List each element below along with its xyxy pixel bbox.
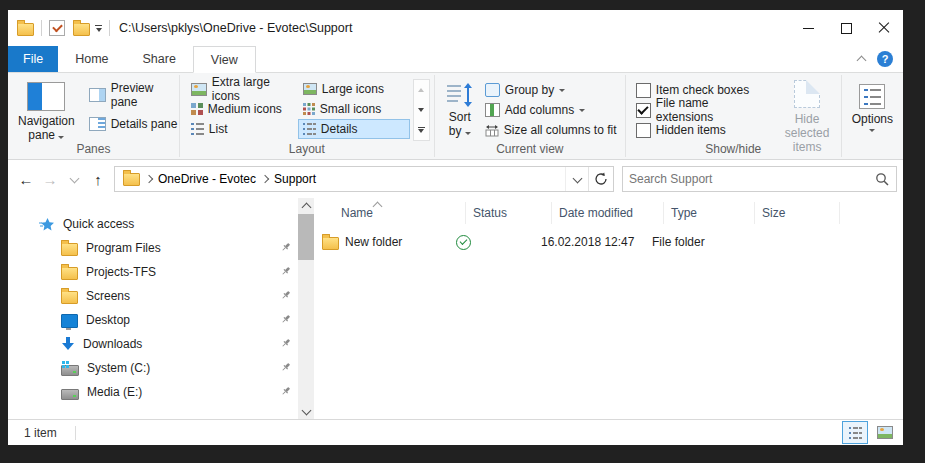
address-bar[interactable]: OneDrive - Evotec Support xyxy=(114,166,614,192)
search-box[interactable] xyxy=(622,166,897,192)
qat-customize-dropdown-icon[interactable] xyxy=(95,25,102,32)
folder-icon xyxy=(61,243,78,256)
address-bar-row: ← → ↑ OneDrive - Evotec Support xyxy=(8,160,903,198)
pin-icon[interactable] xyxy=(280,241,292,253)
navigation-pane: Quick access Program Files Projects-TFS … xyxy=(8,198,298,419)
column-header-name[interactable]: Name xyxy=(314,202,466,224)
add-columns-button[interactable]: Add columns xyxy=(485,100,617,120)
refresh-icon xyxy=(594,172,608,186)
qat-new-folder-icon[interactable] xyxy=(73,23,90,36)
column-header-size[interactable]: Size xyxy=(755,202,840,224)
breadcrumb-support[interactable]: Support xyxy=(274,172,316,186)
breadcrumb-chevron-icon[interactable] xyxy=(145,175,153,183)
scrollbar-thumb[interactable] xyxy=(298,214,314,260)
group-label-current-view: Current view xyxy=(435,142,625,156)
sidebar-scrollbar[interactable] xyxy=(298,198,314,419)
back-button[interactable]: ← xyxy=(14,167,38,191)
layout-gallery-scrollbar[interactable] xyxy=(413,79,430,141)
scroll-down-icon[interactable] xyxy=(303,403,310,419)
options-button[interactable]: Options xyxy=(852,84,893,159)
downloads-icon xyxy=(61,337,75,351)
group-label-layout: Layout xyxy=(180,142,434,156)
file-list: Name Status Date modified Type Size New … xyxy=(314,198,903,419)
breadcrumb-chevron-icon[interactable] xyxy=(261,175,269,183)
details-pane-label: Details pane xyxy=(111,117,178,131)
group-by-button[interactable]: Group by xyxy=(485,80,617,100)
sidebar-item-program-files[interactable]: Program Files xyxy=(8,236,298,260)
maximize-button[interactable] xyxy=(827,10,865,46)
large-icons-icon xyxy=(303,83,317,95)
refresh-button[interactable] xyxy=(588,167,613,191)
window-title-path: C:\Users\pklys\OneDrive - Evotec\Support xyxy=(119,21,352,35)
details-view-icon xyxy=(303,123,316,135)
hidden-items-checkbox[interactable]: Hidden items xyxy=(636,120,760,140)
address-dropdown-icon[interactable] xyxy=(565,167,588,191)
preview-pane-button[interactable]: Preview pane xyxy=(89,85,179,105)
tab-file[interactable]: File xyxy=(8,46,58,72)
hide-selected-items-icon xyxy=(794,80,820,108)
breadcrumb-folder-icon xyxy=(123,173,140,186)
layout-details[interactable]: Details xyxy=(298,119,410,139)
tab-home[interactable]: Home xyxy=(58,46,125,72)
sidebar-item-system-c[interactable]: System (C:) xyxy=(8,356,298,380)
pin-icon[interactable] xyxy=(280,265,292,277)
desktop-background: C:\Users\pklys\OneDrive - Evotec\Support… xyxy=(0,0,925,463)
help-icon[interactable]: ? xyxy=(877,51,893,67)
details-view-icon xyxy=(849,427,862,439)
folder-icon xyxy=(322,237,339,250)
forward-button[interactable]: → xyxy=(38,167,62,191)
file-row-new-folder[interactable]: New folder 16.02.2018 12:47 File folder xyxy=(314,230,903,254)
minimize-ribbon-icon[interactable] xyxy=(857,56,867,66)
close-button[interactable] xyxy=(865,10,903,46)
details-pane-button[interactable]: Details pane xyxy=(89,114,179,134)
sidebar-item-downloads[interactable]: Downloads xyxy=(8,332,298,356)
minimize-button[interactable] xyxy=(789,10,827,46)
layout-extra-large-icons[interactable]: Extra large icons xyxy=(186,79,298,99)
sidebar-item-screens[interactable]: Screens xyxy=(8,284,298,308)
pin-icon[interactable] xyxy=(280,289,292,301)
tab-share[interactable]: Share xyxy=(126,46,193,72)
folder-icon xyxy=(61,291,78,304)
checkbox-unchecked-icon xyxy=(636,123,651,138)
layout-list[interactable]: List xyxy=(186,119,298,139)
column-header-type[interactable]: Type xyxy=(664,202,755,224)
layout-medium-icons[interactable]: Medium icons xyxy=(186,99,298,119)
sidebar-item-media-e[interactable]: Media (E:) xyxy=(8,380,298,404)
qat-properties-icon[interactable] xyxy=(49,20,65,36)
breadcrumb-onedrive[interactable]: OneDrive - Evotec xyxy=(158,172,256,186)
column-header-status[interactable]: Status xyxy=(466,202,552,224)
tab-view[interactable]: View xyxy=(193,46,256,73)
large-icons-view-toggle[interactable] xyxy=(872,421,898,444)
drive-icon xyxy=(61,389,79,400)
layout-more-icon[interactable] xyxy=(414,120,429,140)
item-count: 1 item xyxy=(24,426,57,440)
sidebar-item-quick-access[interactable]: Quick access xyxy=(8,212,298,236)
size-all-columns-button[interactable]: Size all columns to fit xyxy=(485,120,617,140)
layout-scroll-up-icon[interactable] xyxy=(414,80,429,100)
sort-by-icon xyxy=(445,82,475,110)
sidebar-item-desktop[interactable]: Desktop xyxy=(8,308,298,332)
layout-large-icons[interactable]: Large icons xyxy=(298,79,410,99)
up-button[interactable]: ↑ xyxy=(86,167,110,191)
pin-icon[interactable] xyxy=(280,385,292,397)
desktop-icon xyxy=(61,314,78,328)
layout-small-icons[interactable]: Small icons xyxy=(298,99,410,119)
recent-locations-dropdown[interactable] xyxy=(62,167,86,191)
details-view-toggle[interactable] xyxy=(842,421,868,444)
column-header-date-modified[interactable]: Date modified xyxy=(552,202,664,224)
ribbon-group-layout: Extra large icons Large icons Medium ico… xyxy=(180,73,434,159)
scroll-up-icon[interactable] xyxy=(303,198,310,214)
sidebar-item-projects-tfs[interactable]: Projects-TFS xyxy=(8,260,298,284)
layout-scroll-down-icon[interactable] xyxy=(414,100,429,120)
options-icon xyxy=(859,84,885,109)
pin-icon[interactable] xyxy=(280,337,292,349)
pin-icon[interactable] xyxy=(280,361,292,373)
medium-icons-icon xyxy=(191,103,203,115)
search-input[interactable] xyxy=(623,172,875,186)
ribbon-tab-row: File Home Share View ? xyxy=(8,46,903,72)
title-bar: C:\Users\pklys\OneDrive - Evotec\Support xyxy=(8,10,903,46)
pin-icon[interactable] xyxy=(280,313,292,325)
file-name-extensions-checkbox[interactable]: File name extensions xyxy=(636,100,760,120)
status-bar: 1 item xyxy=(8,419,903,445)
close-icon xyxy=(878,22,890,34)
